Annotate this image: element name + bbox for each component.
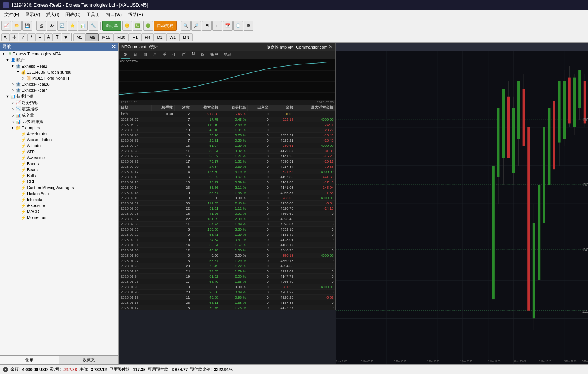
tf-m30[interactable]: M30 [114, 33, 129, 41]
nav-item-bears[interactable]: ⚡ Bears [0, 167, 118, 173]
examples-expand-icon: ▼ [10, 126, 15, 130]
tf-h4[interactable]: H4 [141, 33, 153, 41]
nav-item-volume[interactable]: ▷ 📊 成交量 [0, 112, 118, 118]
mt-tab-summary[interactable]: 综 [121, 51, 130, 59]
nav-item-iexposure[interactable]: ⚡ iExposure [0, 203, 118, 208]
mt-table-wrapper[interactable]: 日期 总手数 次数 盈亏金额 百分比% 出入金 余额 最大浮亏金额 持仓0.30… [119, 105, 335, 310]
nav-item-mql5[interactable]: ▷ 📜 MQL5 Hong Kong H [0, 75, 118, 81]
zoom-fit-button[interactable]: ⊞ [202, 21, 212, 31]
tf-d1[interactable]: D1 [154, 33, 166, 41]
auto-trade-button[interactable]: 自动交易 [154, 21, 177, 31]
nav-item-oscillator[interactable]: ▷ 📉 震荡指标 [0, 106, 118, 112]
new-chart-button[interactable]: 📈 [1, 21, 11, 31]
bulls-icon: ⚡ [21, 173, 26, 178]
menu-tools[interactable]: 工具(I) [83, 11, 102, 19]
nav-item-mt4[interactable]: ▼ 🖥 Exness Technologies MT4 [0, 51, 118, 57]
mt-tab-quarter[interactable]: 季 [160, 51, 169, 59]
order-btn-4[interactable]: 🟢 [143, 21, 153, 31]
nav-item-accelerator[interactable]: ⚡ Accelerator [0, 131, 118, 137]
nav-item-accumulation[interactable]: ⚡ Accumulation [0, 137, 118, 143]
nav-item-cci[interactable]: ⚡ CCI [0, 179, 118, 185]
nav-item-examples[interactable]: ▼ 📁 Examples [0, 125, 118, 131]
nav-item-real7[interactable]: ▷ 🏦 Exness-Real7 [0, 87, 118, 93]
zoom-out-button[interactable]: 🔎 [191, 21, 201, 31]
nav-item-macd[interactable]: ⚡ MACD [0, 208, 118, 214]
print-button[interactable]: 🖨 [36, 21, 46, 31]
order-btn-2[interactable]: 🪙 [122, 21, 132, 31]
nav-tab-favorites[interactable]: 收藏夹 [59, 356, 118, 364]
tf-m15[interactable]: M15 [99, 33, 114, 41]
tf-h1[interactable]: H1 [129, 33, 141, 41]
tf-m5[interactable]: M5 [86, 33, 98, 41]
mt-tab-currency[interactable]: 币 [179, 51, 189, 59]
nav-item-bulls[interactable]: ⚡ Bulls [0, 173, 118, 179]
nav-item-exness-real2[interactable]: ▼ 🏦 Exness-Real2 [0, 63, 118, 69]
menu-chart[interactable]: 图表(C) [62, 11, 84, 19]
nav-item-tech-indicators[interactable]: ▼ 📊 技术指标 [0, 93, 118, 99]
toolbar-sep-3 [179, 22, 179, 30]
mt-tab-trace[interactable]: 轨迹 [221, 51, 234, 59]
tf-m1[interactable]: M1 [73, 33, 86, 41]
tf-w1[interactable]: W1 [166, 33, 179, 41]
line2-tool[interactable]: / [27, 33, 36, 41]
more-tools[interactable]: ▼ [62, 33, 70, 41]
chart-area[interactable]: ✕ XAUUSD,M5 [119, 43, 588, 364]
tf-mn[interactable]: MN [179, 33, 193, 41]
zoom-h-button[interactable]: ↔ [212, 21, 222, 31]
nav-item-trend[interactable]: ▷ 📈 趋势指标 [0, 99, 118, 106]
nav-item-momentum[interactable]: ⚡ Momentum [0, 214, 118, 220]
cursor-tool[interactable]: ↖ [1, 33, 10, 41]
print-preview-button[interactable]: 👁 [47, 21, 56, 31]
menu-insert[interactable]: 插入(I) [43, 11, 62, 19]
menu-file[interactable]: 文件(F) [1, 11, 22, 19]
nav-item-heiken-ashi[interactable]: ⚡ Heiken Ashi [0, 191, 118, 197]
clock-button[interactable]: 🕐 [233, 21, 243, 31]
navigator-close-button[interactable]: ✕ [111, 44, 116, 49]
mt-commander-popup[interactable]: MTCommander统计 复盘侠 http://MTCommander.com… [119, 43, 336, 310]
nav-item-atr[interactable]: ⚡ ATR [0, 149, 118, 155]
chart-period-button[interactable]: 📅 [223, 21, 233, 31]
svg-rect-25 [502, 89, 505, 158]
mt-tab-year[interactable]: 年 [169, 51, 179, 59]
label-tool[interactable]: T [53, 33, 61, 41]
mt-tab-day[interactable]: 日 [130, 51, 140, 59]
nav-item-custom-ma[interactable]: ⚡ Custom Moving Averages [0, 185, 118, 191]
nav-tab-regular[interactable]: 常用 [0, 356, 59, 364]
nav-item-real28[interactable]: ▷ 🏦 Exness-Real28 [0, 81, 118, 87]
svg-text:3 Mar 03:05: 3 Mar 03:05 [394, 359, 406, 364]
line-tool[interactable]: ╱ [19, 33, 27, 41]
mt-tab-backup[interactable]: 备 [198, 51, 207, 59]
mt-tab-m[interactable]: M [189, 51, 198, 59]
chart-wizard-button[interactable]: ⭐ [68, 21, 77, 31]
text-tool[interactable]: A [44, 33, 53, 41]
global-vars-button[interactable]: 🔧 [89, 21, 98, 31]
menu-help[interactable]: 帮助(H) [125, 11, 146, 19]
nav-item-accounts[interactable]: ▼ 👤 账户 [0, 57, 118, 63]
mt-popup-close-button[interactable]: ✕ [329, 44, 333, 50]
history-center-button[interactable]: 📊 [78, 21, 88, 31]
title-bar: 12194936: Exness-Real2 - Exness Technolo… [0, 0, 588, 10]
nav-item-alligator[interactable]: ⚡ Alligator [0, 143, 118, 149]
mt-tab-week[interactable]: 周 [140, 51, 150, 59]
nav-item-bill-williams[interactable]: ▷ 📊 比尔 威廉姆 [0, 118, 118, 125]
nav-iexp-label: iExposure [27, 203, 45, 208]
crosshair-tool[interactable]: ✛ [10, 33, 18, 41]
nav-item-account-12194936[interactable]: ▼ 💰 12194936: Green surplu [0, 69, 118, 75]
nav-item-bands[interactable]: ⚡ Bands [0, 161, 118, 167]
navigator-content[interactable]: ▼ 🖥 Exness Technologies MT4 ▼ 👤 账户 ▼ 🏦 E… [0, 51, 118, 355]
order-btn-3[interactable]: 💹 [133, 21, 142, 31]
nav-real7-label: Exness-Real7 [22, 88, 47, 92]
refresh-button[interactable]: 🔄 [57, 21, 67, 31]
nav-item-awesome[interactable]: ⚡ Awesome [0, 155, 118, 161]
menu-window[interactable]: 窗口(W) [103, 11, 125, 19]
pen-tool[interactable]: ✒ [36, 33, 44, 41]
mt-tab-account[interactable]: 账户 [207, 51, 221, 59]
mt-tab-month[interactable]: 月 [150, 51, 160, 59]
zoom-in-button[interactable]: 🔍 [181, 21, 191, 31]
save-button[interactable]: 💾 [22, 21, 32, 31]
new-order-button[interactable]: 新订单 [102, 21, 121, 31]
settings-button[interactable]: ⚙ [244, 21, 253, 31]
open-button[interactable]: 📂 [12, 21, 22, 31]
nav-item-ichimoku[interactable]: ⚡ Ichimoku [0, 197, 118, 203]
menu-view[interactable]: 显示(V) [22, 11, 43, 19]
